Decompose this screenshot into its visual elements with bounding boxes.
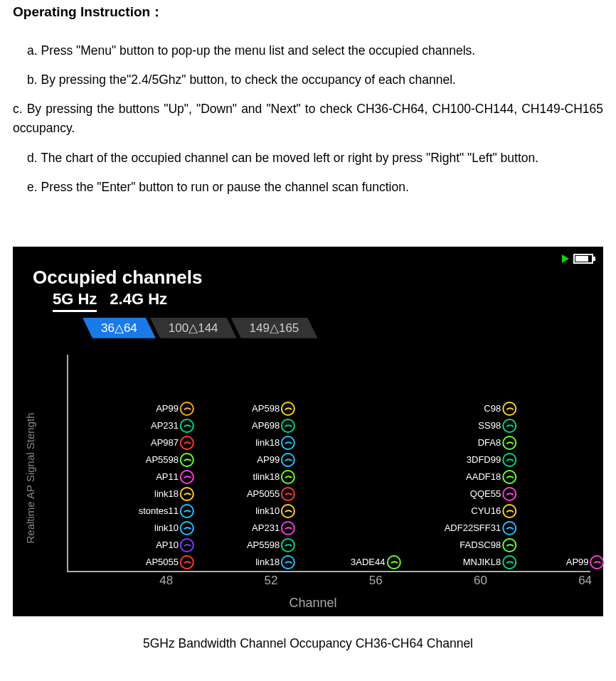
ap-entry: AP10 <box>156 537 194 554</box>
figure-caption: 5GHz Bandwidth Channel Occupancy CH36-CH… <box>13 636 603 651</box>
wifi-icon <box>502 538 516 552</box>
instruction-a: a. Press "Menu" button to pop-up the men… <box>27 41 603 60</box>
wifi-icon <box>502 419 516 433</box>
wifi-icon <box>502 487 516 501</box>
ap-name: 3DFD99 <box>467 451 501 468</box>
range-tab-149-165[interactable]: 149△165 <box>231 318 318 338</box>
range-tab-100-144[interactable]: 100△144 <box>150 318 237 338</box>
wifi-icon <box>281 436 295 450</box>
ap-name: AP11 <box>156 468 179 486</box>
ap-entry: AP5598 <box>146 451 194 468</box>
range-tab-36-64[interactable]: 36△64 <box>83 318 156 338</box>
ap-entry: AP5055 <box>146 554 194 571</box>
ap-entry: SS98 <box>478 417 516 434</box>
play-icon <box>562 254 569 263</box>
ap-name: link18 <box>255 554 280 571</box>
instruction-c: c. By pressing the buttons "Up", "Down" … <box>13 100 603 138</box>
wifi-icon <box>180 419 194 433</box>
device-screenshot: Occupied channels 5G Hz 2.4G Hz 36△64 10… <box>13 247 603 616</box>
ap-entry: AP5598 <box>247 537 295 554</box>
wifi-icon <box>281 538 295 552</box>
ap-name: ADF22SFF31 <box>445 520 501 537</box>
ap-entry: QQE55 <box>470 486 516 503</box>
x-axis-label: Channel <box>289 596 336 611</box>
ap-entry: AP598 <box>252 400 295 417</box>
x-tick-56: 56 <box>369 574 383 588</box>
ap-entry: C98 <box>484 400 516 417</box>
ap-entry: 3DFD99 <box>467 451 516 468</box>
band-tabs: 5G Hz 2.4G Hz <box>53 290 590 312</box>
wifi-icon <box>502 402 516 416</box>
ap-entry: FADSC98 <box>460 537 516 554</box>
screen-title: Occupied channels <box>33 267 590 289</box>
ap-name: AP231 <box>252 520 280 537</box>
wifi-icon <box>281 521 295 535</box>
ap-entry: link10 <box>154 520 194 537</box>
wifi-icon <box>180 487 194 501</box>
ap-name: AP99 <box>156 400 179 417</box>
wifi-icon <box>502 504 516 518</box>
channel-stack-64: AP99 <box>566 554 605 571</box>
ap-entry: AP99 <box>566 554 605 571</box>
wifi-icon <box>180 538 194 552</box>
ap-name: DFA8 <box>478 434 501 451</box>
tab-5g[interactable]: 5G Hz <box>53 290 97 312</box>
ap-name: link10 <box>255 503 280 520</box>
ap-name: CYU16 <box>471 503 501 520</box>
ap-entry: DFA8 <box>478 434 517 451</box>
ap-name: AP5055 <box>146 554 179 571</box>
x-ticks: 48 52 56 60 64 <box>67 574 590 589</box>
ap-entry: AP231 <box>151 417 194 434</box>
wifi-icon <box>180 453 194 467</box>
wifi-icon <box>502 470 516 484</box>
wifi-icon <box>180 436 194 450</box>
wifi-icon <box>281 470 295 484</box>
instruction-b: b. By pressing the"2.4/5Ghz" button, to … <box>27 70 603 90</box>
channel-stack-60: MNJIKL8FADSC98ADF22SFF31CYU16QQE55AADF18… <box>445 400 516 571</box>
x-tick-64: 64 <box>578 574 592 588</box>
ap-name: link10 <box>154 520 179 537</box>
section-title: Operating Instruction： <box>13 3 603 21</box>
ap-name: AP598 <box>252 400 280 417</box>
wifi-icon <box>180 555 194 569</box>
channel-stack-48: AP5055AP10link10stontes11link18AP11AP559… <box>139 400 194 571</box>
ap-entry: ADF22SFF31 <box>445 520 516 537</box>
ap-name: C98 <box>484 400 501 417</box>
ap-name: link18 <box>255 434 280 451</box>
ap-name: AADF18 <box>466 468 501 486</box>
wifi-icon <box>281 504 295 518</box>
ap-entry: AP99 <box>156 400 194 417</box>
ap-name: stontes11 <box>139 503 179 520</box>
ap-entry: AP99 <box>257 451 295 468</box>
ap-entry: link18 <box>154 486 194 503</box>
wifi-icon <box>386 555 400 569</box>
wifi-icon <box>502 555 516 569</box>
instruction-d: d. The chart of the occupied channel can… <box>27 149 603 168</box>
ap-name: SS98 <box>478 417 501 434</box>
ap-name: MNJIKL8 <box>463 554 501 571</box>
x-axis <box>67 571 590 572</box>
x-tick-60: 60 <box>474 574 487 588</box>
wifi-icon <box>502 436 516 450</box>
x-tick-48: 48 <box>159 574 173 588</box>
ap-entry: AP231 <box>252 520 295 537</box>
ap-name: AP231 <box>151 417 179 434</box>
ap-name: link18 <box>154 486 179 503</box>
tab-2-4g[interactable]: 2.4G Hz <box>110 290 167 312</box>
channel-stack-56: 3ADE44 <box>351 554 400 571</box>
y-axis-label: Realtime AP Signal Stength <box>24 412 36 543</box>
ap-name: QQE55 <box>470 486 501 503</box>
ap-entry: stontes11 <box>139 503 194 520</box>
ap-entry: AP5055 <box>247 486 295 503</box>
wifi-icon <box>281 555 295 569</box>
wifi-icon <box>180 402 194 416</box>
ap-name: AP5598 <box>146 451 179 468</box>
wifi-icon <box>180 521 194 535</box>
ap-entry: AP698 <box>252 417 295 434</box>
ap-entry: link18 <box>255 554 295 571</box>
ap-name: AP5055 <box>247 486 280 503</box>
ap-name: AP987 <box>151 434 179 451</box>
ap-entry: CYU16 <box>471 503 516 520</box>
ap-entry: link10 <box>255 503 295 520</box>
wifi-icon <box>502 521 516 535</box>
